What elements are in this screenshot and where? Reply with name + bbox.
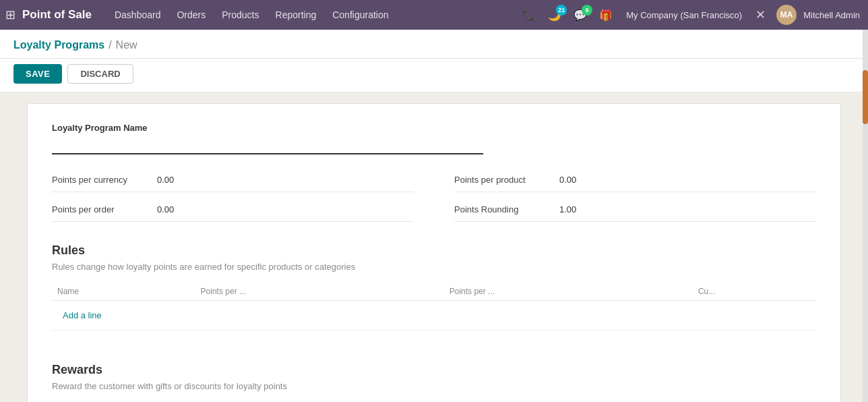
gift-icon[interactable]: 🎁: [595, 6, 617, 24]
action-bar: SAVE DISCARD: [0, 59, 868, 92]
chat-badge: 6: [582, 5, 592, 16]
rules-table: Name Points per ... Points per ... Cu...…: [52, 283, 816, 331]
breadcrumb-current: New: [116, 39, 137, 51]
rules-title: Rules: [52, 243, 816, 258]
app-title: Point of Sale: [22, 8, 92, 22]
add-line-row: Add a line: [52, 301, 816, 331]
points-per-currency-input[interactable]: [157, 173, 265, 186]
points-per-currency-row: Points per currency: [52, 173, 414, 192]
rules-section: Rules Rules change how loyalty points ar…: [52, 243, 816, 331]
rewards-description: Reward the customer with gifts or discou…: [52, 381, 816, 391]
avatar: MA: [776, 5, 797, 25]
col-cu: Cu...: [693, 283, 816, 301]
col-points-per-1: Points per ...: [195, 283, 444, 301]
grid-icon[interactable]: ⊞: [5, 7, 16, 22]
col-points-per-2: Points per ...: [444, 283, 693, 301]
points-per-order-label: Points per order: [52, 204, 146, 214]
main-nav: Dashboard Orders Products Reporting Conf…: [108, 7, 518, 23]
points-per-product-row: Points per product: [454, 173, 816, 192]
points-per-product-label: Points per product: [454, 175, 549, 185]
scrollbar-thumb[interactable]: [863, 70, 868, 124]
points-rounding-input[interactable]: [559, 203, 667, 216]
points-grid: Points per currency Points per product P…: [52, 173, 816, 222]
points-rounding-row: Points Rounding: [454, 203, 816, 222]
topbar-icons: 📞 🌙 21 💬 6 🎁 My Company (San Francisco) …: [518, 5, 863, 25]
nav-dashboard[interactable]: Dashboard: [108, 7, 168, 23]
breadcrumb-bar: Loyalty Programs / New: [0, 30, 868, 59]
rules-description: Rules change how loyalty points are earn…: [52, 262, 816, 272]
points-per-currency-label: Points per currency: [52, 175, 146, 185]
rewards-section: Rewards Reward the customer with gifts o…: [52, 363, 816, 391]
program-name-input[interactable]: [52, 136, 483, 154]
nav-orders[interactable]: Orders: [170, 7, 212, 23]
add-line-button[interactable]: Add a line: [57, 305, 107, 326]
user-menu[interactable]: Mitchell Admin: [801, 7, 863, 23]
breadcrumb-parent[interactable]: Loyalty Programs: [13, 39, 104, 51]
nav-reporting[interactable]: Reporting: [269, 7, 323, 23]
scrollbar[interactable]: [863, 30, 868, 402]
company-selector[interactable]: My Company (San Francisco): [621, 7, 747, 23]
program-name-label: Loyalty Program Name: [52, 123, 816, 133]
points-rounding-label: Points Rounding: [454, 204, 549, 214]
nav-products[interactable]: Products: [215, 7, 266, 23]
points-per-order-row: Points per order: [52, 203, 414, 222]
points-per-order-input[interactable]: [157, 203, 265, 216]
discard-button[interactable]: DISCARD: [67, 64, 133, 84]
activity-badge: 21: [556, 5, 567, 16]
points-per-product-input[interactable]: [559, 173, 667, 186]
rewards-title: Rewards: [52, 363, 816, 377]
close-icon[interactable]: ✕: [751, 6, 770, 24]
form-card: Loyalty Program Name Points per currency…: [27, 103, 841, 402]
phone-icon[interactable]: 📞: [518, 6, 540, 24]
save-button[interactable]: SAVE: [13, 64, 62, 84]
topbar: ⊞ Point of Sale Dashboard Orders Product…: [0, 0, 868, 30]
nav-configuration[interactable]: Configuration: [326, 7, 395, 23]
main-content: Loyalty Program Name Points per currency…: [0, 92, 868, 402]
activity-icon[interactable]: 🌙 21: [544, 6, 565, 24]
chat-icon[interactable]: 💬 6: [569, 6, 591, 24]
breadcrumb-separator: /: [108, 39, 111, 51]
col-name: Name: [52, 283, 195, 301]
